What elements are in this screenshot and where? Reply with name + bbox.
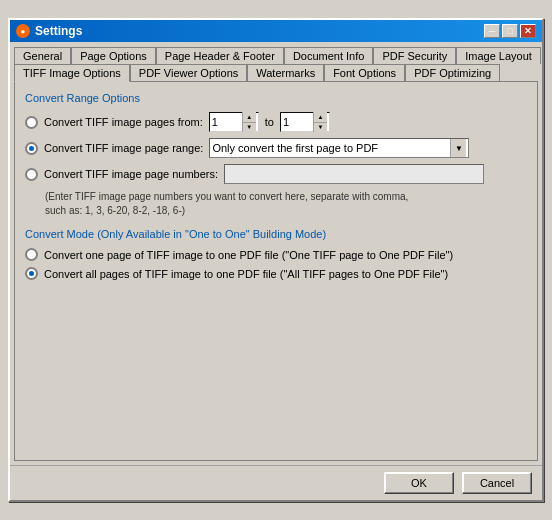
option3-label: Convert TIFF image page numbers: — [44, 168, 218, 180]
content-area: General Page Options Page Header & Foote… — [10, 42, 542, 465]
option1-label: Convert TIFF image pages from: — [44, 116, 203, 128]
tab-font-options[interactable]: Font Options — [324, 64, 405, 82]
bottom-bar: OK Cancel — [10, 465, 542, 500]
helper-text: (Enter TIFF image page numbers you want … — [45, 190, 527, 218]
convert-mode-option1-row: Convert one page of TIFF image to one PD… — [25, 248, 527, 261]
to-input[interactable] — [281, 113, 313, 131]
app-icon: ● — [16, 24, 30, 38]
option3-row: Convert TIFF image page numbers: — [25, 164, 527, 184]
tab-pdf-optimizing[interactable]: PDF Optimizing — [405, 64, 500, 82]
tab-watermarks[interactable]: Watermarks — [247, 64, 324, 82]
ok-button[interactable]: OK — [384, 472, 454, 494]
maximize-button[interactable]: □ — [502, 24, 518, 38]
radio-all-pages[interactable] — [25, 267, 38, 280]
tab-general[interactable]: General — [14, 47, 71, 64]
tab-document-info[interactable]: Document Info — [284, 47, 374, 64]
from-spinbox[interactable]: ▲ ▼ — [209, 112, 259, 132]
from-spin-arrows: ▲ ▼ — [242, 112, 256, 132]
tab-pdf-viewer-options[interactable]: PDF Viewer Options — [130, 64, 247, 82]
to-spin-up[interactable]: ▲ — [314, 112, 327, 123]
to-label: to — [265, 116, 274, 128]
from-spin-up[interactable]: ▲ — [243, 112, 256, 123]
close-button[interactable]: ✕ — [520, 24, 536, 38]
radio-pages-from[interactable] — [25, 116, 38, 129]
tab-panel: Convert Range Options Convert TIFF image… — [14, 81, 538, 461]
to-spinbox[interactable]: ▲ ▼ — [280, 112, 330, 132]
tabs-row2: TIFF Image Options PDF Viewer Options Wa… — [14, 63, 538, 81]
radio-page-range[interactable] — [25, 142, 38, 155]
tab-image-layout[interactable]: Image Layout — [456, 47, 541, 64]
option2-row: Convert TIFF image page range: Only conv… — [25, 138, 527, 158]
tabs-row1: General Page Options Page Header & Foote… — [14, 46, 538, 63]
dropdown-arrow-icon: ▼ — [450, 139, 466, 157]
option2-label: Convert TIFF image page range: — [44, 142, 203, 154]
convert-mode-option2-label: Convert all pages of TIFF image to one P… — [44, 268, 448, 280]
tab-page-options[interactable]: Page Options — [71, 47, 156, 64]
cancel-button[interactable]: Cancel — [462, 472, 532, 494]
title-bar-left: ● Settings — [16, 24, 82, 38]
tab-page-header-footer[interactable]: Page Header & Footer — [156, 47, 284, 64]
section1-label: Convert Range Options — [25, 92, 527, 104]
title-bar: ● Settings ─ □ ✕ — [10, 20, 542, 42]
minimize-button[interactable]: ─ — [484, 24, 500, 38]
convert-mode-option2-row: Convert all pages of TIFF image to one P… — [25, 267, 527, 280]
radio-one-page[interactable] — [25, 248, 38, 261]
tab-tiff-image-options[interactable]: TIFF Image Options — [14, 64, 130, 82]
convert-mode-option1-label: Convert one page of TIFF image to one PD… — [44, 249, 453, 261]
settings-window: ● Settings ─ □ ✕ General Page Options Pa… — [8, 18, 544, 502]
page-numbers-input[interactable] — [224, 164, 484, 184]
from-spin-down[interactable]: ▼ — [243, 123, 256, 133]
to-spin-arrows: ▲ ▼ — [313, 112, 327, 132]
page-range-dropdown[interactable]: Only convert the first page to PDF ▼ — [209, 138, 469, 158]
to-spin-down[interactable]: ▼ — [314, 123, 327, 133]
dropdown-value: Only convert the first page to PDF — [212, 142, 450, 154]
section2-label: Convert Mode (Only Available in "One to … — [25, 228, 527, 240]
title-buttons: ─ □ ✕ — [484, 24, 536, 38]
window-title: Settings — [35, 24, 82, 38]
tab-pdf-security[interactable]: PDF Security — [373, 47, 456, 64]
option1-row: Convert TIFF image pages from: ▲ ▼ to ▲ … — [25, 112, 527, 132]
radio-page-numbers[interactable] — [25, 168, 38, 181]
from-input[interactable] — [210, 113, 242, 131]
